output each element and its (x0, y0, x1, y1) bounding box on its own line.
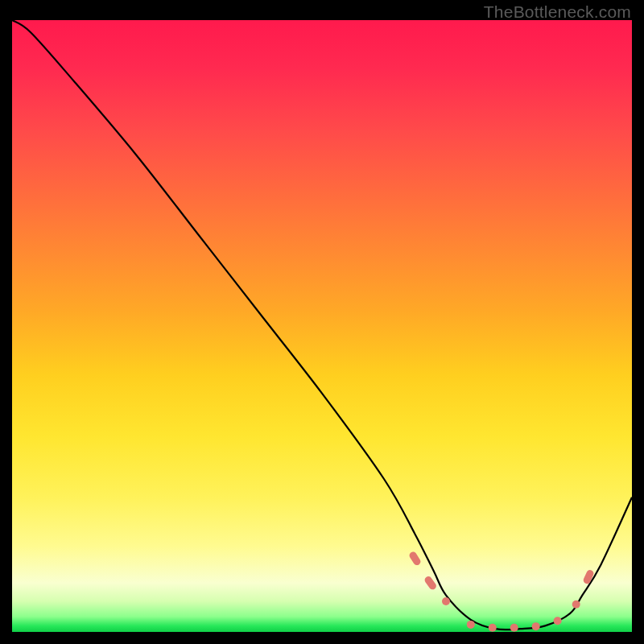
marker-pill (582, 569, 595, 585)
marker-dot (572, 601, 580, 609)
chart-container: TheBottleneck.com (0, 0, 644, 644)
bottleneck-curve (12, 20, 632, 630)
marker-dot (467, 621, 475, 629)
marker-dot (554, 617, 562, 625)
marker-dot (510, 624, 518, 632)
highlight-markers (408, 551, 595, 632)
marker-pill (408, 551, 422, 567)
marker-dot (489, 624, 497, 632)
marker-dot (442, 597, 450, 605)
marker-pill (423, 575, 438, 591)
marker-dot (532, 622, 540, 630)
watermark-text: TheBottleneck.com (484, 2, 631, 22)
plot-area (12, 20, 632, 632)
curve-svg (12, 20, 632, 632)
